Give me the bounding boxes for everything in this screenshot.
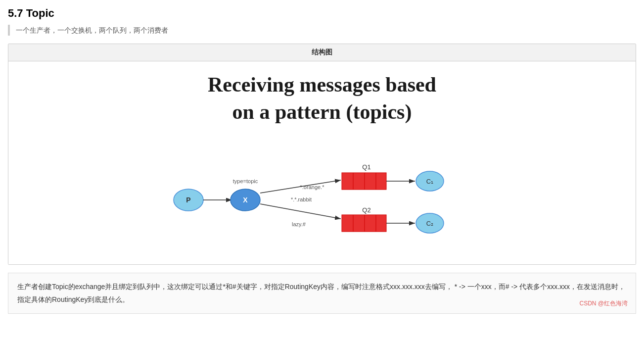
- diagram-body: Receiving messages based on a pattern (t…: [8, 61, 636, 264]
- description-block: 生产者创建Topic的exchange并且绑定到队列中，这次绑定可以通过*和#关…: [8, 273, 636, 314]
- svg-text:C₂: C₂: [426, 220, 433, 227]
- page-container: 5.7 Topic 一个生产者，一个交换机，两个队列，两个消费者 结构图 Rec…: [0, 0, 644, 342]
- diagram-title-line1: Receiving messages based: [208, 73, 436, 96]
- svg-text:Q2: Q2: [362, 206, 370, 214]
- diagram-title-text: Receiving messages based on a pattern (t…: [208, 71, 436, 125]
- page-title: 5.7 Topic: [8, 4, 636, 20]
- description-text: 生产者创建Topic的exchange并且绑定到队列中，这次绑定可以通过*和#关…: [17, 283, 625, 304]
- svg-rect-16: [342, 215, 386, 232]
- diagram-header: 结构图: [8, 44, 636, 61]
- topic-diagram-svg: Q1 P X type=topic *.orange.* *.*.rabbit: [149, 146, 495, 249]
- svg-text:P: P: [186, 196, 190, 204]
- svg-rect-11: [342, 173, 386, 190]
- q1-label: Q1: [362, 163, 370, 171]
- svg-line-9: [260, 180, 341, 193]
- svg-text:*.*.rabbit: *.*.rabbit: [291, 196, 312, 202]
- diagram-container: 结构图 Receiving messages based on a patter…: [8, 44, 636, 264]
- svg-line-10: [260, 204, 341, 219]
- svg-text:X: X: [243, 196, 248, 204]
- svg-text:C₁: C₁: [426, 178, 433, 185]
- subtitle-block: 一个生产者，一个交换机，两个队列，两个消费者: [8, 25, 636, 36]
- diagram-title-line2: on a pattern (topics): [232, 100, 412, 123]
- diagram-svg-wrapper: Q1 P X type=topic *.orange.* *.*.rabbit: [8, 146, 636, 249]
- svg-text:lazy.#: lazy.#: [292, 221, 306, 227]
- subtitle-text: 一个生产者，一个交换机，两个队列，两个消费者: [16, 26, 168, 34]
- csdn-watermark: CSDN @红色海湾: [579, 298, 628, 309]
- svg-text:type=topic: type=topic: [233, 178, 258, 184]
